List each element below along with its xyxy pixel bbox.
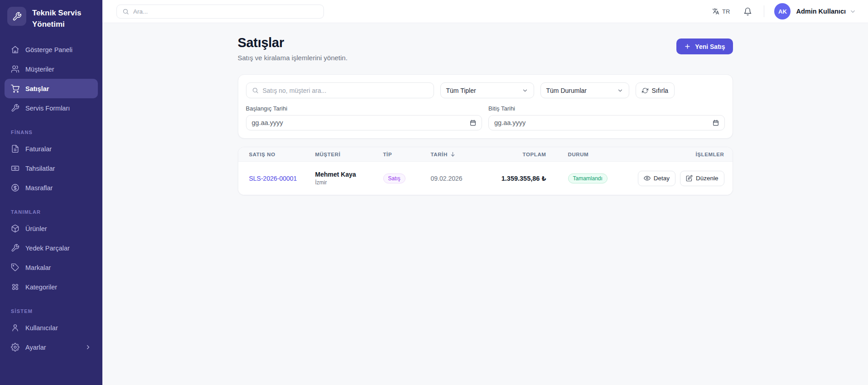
expense-icon (11, 183, 19, 192)
sidebar-item-label: Masraflar (25, 184, 53, 192)
sort-desc-icon (450, 151, 456, 157)
user-name[interactable]: Admin Kullanıcı (796, 8, 846, 15)
table-header-row: SATIŞ NO MÜŞTERİ TİP TARİH TOPLAM DURUM … (238, 147, 733, 162)
header-tarih[interactable]: TARİH (431, 151, 490, 157)
filter-card: Tüm Tipler Tüm Durumlar Sıfırla Başlangı… (238, 74, 733, 139)
sidebar-item-ayarlar[interactable]: Ayarlar (5, 337, 98, 357)
sidebar-section-tanimlar: TANIMLAR (5, 197, 98, 219)
start-date-value: gg.aa.yyyy (252, 119, 470, 126)
sidebar-item-label: Müşteriler (25, 66, 54, 73)
start-date-label: Başlangıç Tarihi (246, 105, 482, 112)
chevron-right-icon (85, 344, 92, 351)
global-search-input[interactable] (133, 8, 318, 15)
cart-icon (11, 84, 19, 93)
header-tip[interactable]: TİP (383, 152, 431, 157)
sales-table: SATIŞ NO MÜŞTERİ TİP TARİH TOPLAM DURUM … (238, 147, 733, 195)
new-sale-label: Yeni Satış (695, 43, 725, 50)
grid-icon (11, 283, 19, 291)
header-tarih-label: TARİH (431, 152, 448, 157)
sidebar-item-gosterge-paneli[interactable]: Gösterge Paneli (5, 40, 98, 59)
page-content: Satışlar Satış ve kiralama işlemlerini y… (102, 23, 868, 385)
topbar-divider (764, 5, 764, 17)
new-sale-button[interactable]: Yeni Satış (676, 38, 733, 54)
search-icon (252, 87, 259, 94)
start-date-input[interactable]: gg.aa.yyyy (246, 115, 482, 130)
sidebar-item-urunler[interactable]: Ürünler (5, 219, 98, 238)
sale-search-input[interactable] (263, 87, 428, 94)
eye-icon (644, 175, 651, 182)
detail-button[interactable]: Detay (638, 171, 675, 186)
refresh-icon (642, 87, 648, 94)
notifications-button[interactable] (743, 7, 752, 16)
banknote-icon (11, 164, 19, 173)
sidebar-item-musteriler[interactable]: Müşteriler (5, 59, 98, 79)
chevron-down-icon (522, 87, 528, 94)
page-subtitle: Satış ve kiralama işlemlerini yönetin. (238, 54, 348, 62)
app-logo[interactable]: Teknik Servis Yönetimi (0, 0, 102, 30)
translate-icon (712, 8, 719, 15)
home-icon (11, 45, 19, 54)
sidebar-item-yedek-parcalar[interactable]: Yedek Parçalar (5, 238, 98, 258)
sidebar-item-label: Yedek Parçalar (25, 245, 70, 252)
language-label: TR (722, 8, 730, 15)
sidebar-item-servis-formlari[interactable]: Servis Formları (5, 98, 98, 118)
end-date-input[interactable]: gg.aa.yyyy (488, 115, 725, 130)
calendar-icon[interactable] (470, 120, 476, 126)
edit-label: Düzenle (696, 175, 719, 182)
topbar: TR AK Admin Kullanıcı (102, 0, 868, 23)
package-icon (11, 224, 19, 233)
reset-filters-button[interactable]: Sıfırla (636, 82, 675, 98)
sidebar: Teknik Servis Yönetimi Gösterge Paneli M… (0, 0, 102, 385)
main-area: TR AK Admin Kullanıcı Satışlar Satış ve … (102, 0, 868, 385)
status-badge: Tamamlandı (568, 173, 608, 183)
plus-icon (684, 43, 691, 50)
type-badge: Satış (383, 173, 405, 183)
calendar-icon[interactable] (713, 120, 719, 126)
gear-icon (11, 343, 19, 351)
app-title: Teknik Servis Yönetimi (32, 7, 95, 30)
avatar[interactable]: AK (774, 3, 791, 19)
user-icon (11, 323, 19, 332)
sidebar-item-kullanicilar[interactable]: Kullanıcılar (5, 318, 98, 337)
app-logo-icon (7, 7, 26, 26)
sidebar-item-label: Kullanıcılar (25, 324, 58, 332)
header-durum[interactable]: DURUM (546, 152, 637, 157)
edit-button[interactable]: Düzenle (680, 171, 724, 186)
chevron-down-icon[interactable] (849, 8, 856, 15)
sidebar-item-masraflar[interactable]: Masraflar (5, 178, 98, 197)
header-toplam[interactable]: TOPLAM (490, 152, 546, 157)
sidebar-item-kategoriler[interactable]: Kategoriler (5, 277, 98, 297)
sale-no-link[interactable]: SLS-2026-00001 (249, 175, 297, 182)
sidebar-item-satislar[interactable]: Satışlar (5, 79, 98, 98)
sidebar-item-label: Kategoriler (25, 284, 57, 291)
sidebar-item-label: Markalar (25, 264, 51, 271)
sidebar-item-label: Faturalar (25, 145, 52, 153)
sidebar-item-faturalar[interactable]: Faturalar (5, 139, 98, 159)
sale-search[interactable] (246, 82, 434, 98)
header-satis-no[interactable]: SATIŞ NO (238, 152, 315, 157)
header-musteri[interactable]: MÜŞTERİ (315, 152, 383, 157)
global-search[interactable] (116, 5, 324, 19)
type-select-value: Tüm Tipler (446, 87, 476, 94)
detail-label: Detay (654, 175, 670, 182)
sidebar-item-label: Ayarlar (25, 344, 79, 351)
reset-filters-label: Sıfırla (652, 87, 669, 94)
tag-icon (11, 263, 19, 272)
type-select[interactable]: Tüm Tipler (440, 82, 534, 98)
sidebar-item-markalar[interactable]: Markalar (5, 258, 98, 277)
end-date-label: Bitiş Tarihi (488, 105, 725, 112)
customer-name: Mehmet Kaya (315, 171, 383, 178)
language-switcher[interactable]: TR (712, 8, 730, 15)
table-row: SLS-2026-00001 Mehmet Kaya İzmir Satış 0… (238, 162, 733, 195)
sale-date: 09.02.2026 (431, 175, 463, 182)
sidebar-item-label: Tahsilatlar (25, 165, 55, 172)
sale-total: 1.359.355,86 ₺ (502, 175, 546, 182)
sidebar-item-label: Gösterge Paneli (25, 46, 72, 53)
customer-city: İzmir (315, 179, 383, 186)
chevron-down-icon (617, 87, 623, 94)
status-select[interactable]: Tüm Durumlar (540, 82, 629, 98)
bell-icon (743, 7, 752, 16)
sidebar-item-label: Ürünler (25, 225, 47, 232)
sidebar-item-tahsilatlar[interactable]: Tahsilatlar (5, 159, 98, 178)
end-date-value: gg.aa.yyyy (494, 119, 713, 126)
